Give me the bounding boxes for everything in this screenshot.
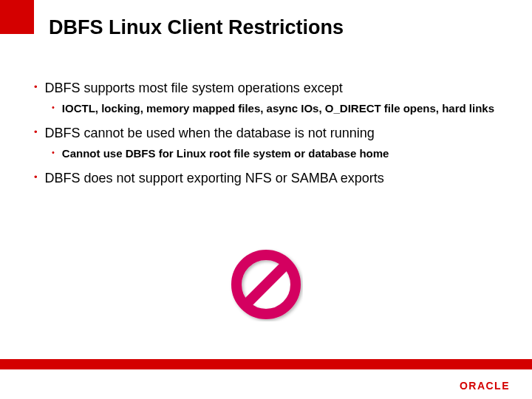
bullet-dot-icon: •	[34, 127, 38, 137]
bullet-text: DBFS supports most file system operation…	[45, 80, 343, 97]
bullet-dot-icon: •	[52, 149, 55, 157]
bullet-level1: • DBFS does not support exporting NFS or…	[34, 170, 502, 187]
bullet-level2: • IOCTL, locking, memory mapped files, a…	[52, 101, 502, 116]
bullet-dot-icon: •	[34, 172, 38, 182]
bullet-text: Cannot use DBFS for Linux root file syst…	[62, 146, 389, 161]
footer-accent-bar	[0, 359, 532, 369]
bullet-level2: • Cannot use DBFS for Linux root file sy…	[52, 146, 502, 161]
bullet-dot-icon: •	[34, 82, 38, 92]
slide-content: • DBFS supports most file system operati…	[34, 80, 502, 191]
oracle-logo: ORACLE	[460, 380, 510, 392]
bullet-text: IOCTL, locking, memory mapped files, asy…	[62, 101, 494, 116]
slide-title: DBFS Linux Client Restrictions	[49, 16, 344, 39]
bullet-dot-icon: •	[52, 103, 55, 112]
prohibition-icon	[229, 248, 303, 321]
svg-line-1	[248, 267, 284, 302]
bullet-text: DBFS cannot be used when the database is…	[45, 125, 375, 142]
brand-block	[0, 0, 34, 34]
bullet-level1: • DBFS cannot be used when the database …	[34, 125, 502, 142]
bullet-level1: • DBFS supports most file system operati…	[34, 80, 502, 97]
bullet-text: DBFS does not support exporting NFS or S…	[45, 170, 384, 187]
